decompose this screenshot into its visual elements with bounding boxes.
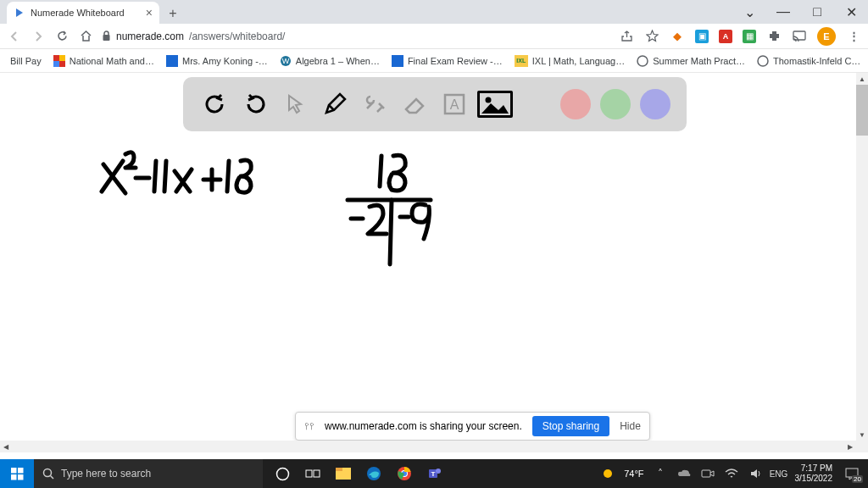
bookmark-icon	[757, 55, 769, 67]
extensions-icon[interactable]	[766, 29, 782, 44]
bookmark-icon	[392, 55, 403, 67]
svg-line-24	[51, 476, 54, 480]
start-button[interactable]	[0, 459, 34, 488]
notifications-button[interactable]: 20	[841, 463, 863, 485]
ext-icon-2[interactable]: ▣	[695, 30, 709, 43]
svg-rect-2	[793, 31, 805, 40]
svg-text:T: T	[431, 470, 436, 478]
share-drag-icon[interactable]: ⫯⫯	[304, 420, 314, 432]
star-icon[interactable]	[644, 29, 659, 44]
bookmark-summer-math[interactable]: Summer Math Pract…	[637, 55, 745, 67]
bookmark-icon	[637, 55, 648, 67]
scroll-up-button[interactable]: ▲	[856, 73, 868, 85]
language-icon[interactable]: ENG	[771, 466, 787, 481]
svg-rect-26	[306, 470, 312, 477]
task-view-icon[interactable]	[298, 459, 327, 488]
browser-tab[interactable]: Numerade Whiteboard ×	[7, 2, 159, 24]
bookmark-algebra[interactable]: WAlgebra 1 – When…	[280, 55, 380, 67]
reload-button[interactable]	[54, 29, 70, 44]
scroll-down-button[interactable]: ▼	[856, 429, 868, 441]
svg-rect-1	[103, 35, 110, 41]
edge-icon[interactable]	[359, 459, 388, 488]
lock-icon	[102, 30, 111, 42]
svg-point-35	[436, 469, 441, 474]
windows-taskbar: Type here to search T 74°F ˄ ENG 7:17 PM…	[0, 459, 868, 488]
page-content: ▲ ▼ A	[0, 73, 868, 452]
maximize-button[interactable]: □	[800, 0, 834, 24]
close-window-button[interactable]: ✕	[834, 0, 868, 24]
forward-button[interactable]	[31, 29, 46, 44]
svg-text:W: W	[282, 57, 290, 65]
scroll-left-button[interactable]: ◀	[0, 441, 12, 452]
ext-icon-1[interactable]: ◆	[670, 29, 685, 44]
svg-rect-19	[11, 468, 17, 474]
svg-rect-4	[59, 55, 65, 61]
bookmark-national-math[interactable]: National Math and…	[53, 55, 154, 67]
svg-point-11	[758, 56, 768, 66]
tab-favicon	[14, 7, 25, 19]
scroll-right-button[interactable]: ▶	[844, 441, 856, 452]
svg-rect-5	[53, 61, 59, 67]
clock-date: 3/15/2022	[795, 474, 833, 484]
svg-rect-27	[314, 470, 320, 477]
share-text: www.numerade.com is sharing your screen.	[325, 420, 522, 432]
onedrive-icon[interactable]	[676, 466, 692, 481]
hide-share-button[interactable]: Hide	[620, 420, 641, 432]
volume-icon[interactable]	[748, 466, 763, 481]
screen-share-bar: ⫯⫯ www.numerade.com is sharing your scre…	[295, 412, 650, 441]
new-tab-button[interactable]: +	[163, 3, 183, 24]
notification-count: 20	[852, 475, 863, 483]
menu-icon[interactable]: ⋮	[846, 29, 861, 44]
share-icon[interactable]	[619, 29, 634, 44]
ext-icon-3[interactable]: A	[719, 30, 732, 43]
bookmark-thomastik[interactable]: Thomastik-Infeld C…	[757, 55, 860, 67]
scrollbar-thumb[interactable]	[856, 85, 868, 136]
handwriting-canvas[interactable]	[0, 73, 856, 446]
ext-icon-4[interactable]: ▦	[743, 30, 756, 43]
url-field[interactable]: numerade.com/answers/whiteboard/	[102, 30, 610, 42]
back-button[interactable]	[7, 29, 22, 44]
minimize-button[interactable]: —	[766, 0, 800, 24]
tray-chevron-icon[interactable]: ˄	[653, 466, 668, 481]
bookmark-icon: IXL	[515, 55, 528, 67]
clock[interactable]: 7:17 PM 3/15/2022	[795, 463, 833, 484]
svg-point-37	[604, 469, 612, 478]
weather-icon[interactable]	[600, 466, 615, 481]
chevron-down-icon[interactable]: ⌄	[732, 0, 766, 24]
system-tray: 74°F ˄ ENG 7:17 PM 3/15/2022 20	[600, 463, 868, 485]
bookmark-icon: W	[280, 55, 292, 67]
address-bar: numerade.com/answers/whiteboard/ ◆ ▣ A ▦…	[0, 24, 868, 49]
chrome-icon[interactable]	[390, 459, 419, 488]
teams-icon[interactable]: T	[420, 459, 449, 488]
meet-now-icon[interactable]	[700, 466, 715, 481]
home-button[interactable]	[78, 29, 93, 44]
bookmark-koning[interactable]: Mrs. Amy Koning -…	[166, 55, 268, 67]
search-icon	[42, 468, 54, 480]
svg-point-25	[276, 468, 288, 480]
stop-sharing-button[interactable]: Stop sharing	[532, 416, 609, 436]
taskbar-apps: T	[268, 459, 449, 488]
bookmark-ixl[interactable]: IXLIXL | Math, Languag…	[515, 55, 625, 67]
tab-close-icon[interactable]: ×	[146, 6, 153, 19]
cortana-icon[interactable]	[268, 459, 297, 488]
svg-rect-9	[392, 55, 403, 67]
svg-rect-21	[11, 474, 17, 480]
explorer-icon[interactable]	[329, 459, 358, 488]
wifi-icon[interactable]	[724, 466, 739, 481]
bookmark-bill-pay[interactable]: Bill Pay	[10, 56, 42, 66]
bookmark-icon	[166, 55, 178, 67]
tab-title: Numerade Whiteboard	[31, 8, 125, 18]
svg-marker-0	[16, 8, 23, 17]
weather-temp[interactable]: 74°F	[624, 469, 643, 479]
cast-icon[interactable]	[792, 29, 807, 44]
profile-avatar[interactable]: E	[817, 27, 836, 46]
svg-rect-6	[166, 55, 178, 67]
clock-time: 7:17 PM	[795, 463, 833, 474]
bookmarks-bar: Bill Pay National Math and… Mrs. Amy Kon…	[0, 49, 868, 73]
taskbar-search[interactable]: Type here to search	[34, 459, 263, 488]
svg-rect-20	[18, 468, 24, 474]
bookmark-final-exam[interactable]: Final Exam Review -…	[392, 55, 503, 67]
horizontal-scrollbar[interactable]: ◀ ▶	[0, 441, 856, 452]
url-domain: numerade.com	[116, 30, 184, 42]
window-titlebar: Numerade Whiteboard × + ⌄ — □ ✕	[0, 0, 868, 24]
